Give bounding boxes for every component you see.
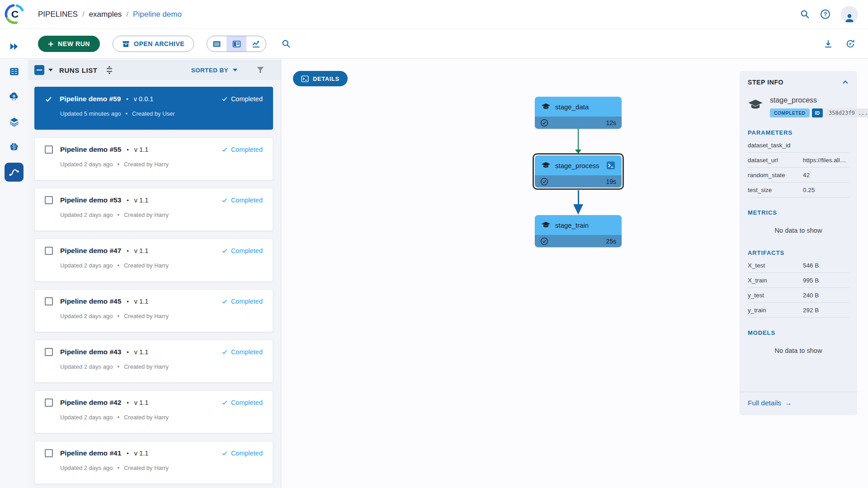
full-details-link[interactable]: Full details → (740, 392, 857, 415)
bullet-separator: • (126, 96, 128, 103)
global-search-icon[interactable] (800, 9, 810, 19)
run-card[interactable]: Pipeline demo #59 • v 0.0.1 Completed Up… (34, 87, 273, 130)
pipeline-node-stage-process-selected[interactable]: stage_process 19s (533, 153, 624, 190)
sidebar-item-applications[interactable] (0, 89, 28, 103)
run-card[interactable]: Pipeline demo #42 • v 1.1 Completed Upda… (34, 390, 273, 433)
node-duration: 12s (606, 119, 616, 127)
split-view-toggle[interactable] (226, 36, 246, 52)
check-circle-icon (540, 178, 548, 186)
details-button[interactable]: DETAILS (293, 71, 348, 86)
run-card[interactable]: Pipeline demo #45 • v 1.1 Completed Upda… (34, 289, 273, 332)
artifact-row: y_test 240 B (748, 288, 849, 303)
run-card[interactable]: Pipeline demo #53 • v 1.1 Completed Upda… (34, 188, 273, 231)
auto-refresh-icon[interactable] (845, 39, 855, 49)
indeterminate-mark (37, 70, 42, 71)
select-all-checkbox[interactable] (34, 65, 44, 75)
bullet-separator: • (117, 414, 119, 421)
parameter-name: test_size (748, 187, 803, 193)
step-id-value[interactable]: 358d23f9 ... (825, 108, 868, 117)
run-status-label: Completed (231, 197, 263, 204)
sidebar-item-projects[interactable] (0, 40, 28, 53)
run-name: Pipeline demo #47 (60, 247, 121, 255)
chart-view-toggle[interactable] (246, 36, 266, 52)
run-checkbox[interactable] (45, 247, 53, 255)
clearml-logo[interactable]: C (4, 3, 25, 25)
breadcrumb-section[interactable]: examples (89, 10, 122, 19)
run-status-label: Completed (231, 146, 263, 153)
check-icon (222, 450, 228, 456)
table-view-icon (212, 40, 221, 48)
run-status-label: Completed (231, 348, 263, 356)
split-view-icon (232, 40, 241, 48)
run-card[interactable]: Pipeline demo #43 • v 1.1 Completed Upda… (34, 340, 273, 383)
sidebar-item-models[interactable] (0, 141, 28, 154)
table-view-toggle[interactable] (207, 36, 226, 52)
runs-list-header: RUNS LIST SORTED BY (28, 60, 281, 80)
run-name: Pipeline demo #43 (60, 348, 121, 356)
node-name: stage_data (555, 103, 589, 111)
run-status-label: Completed (231, 399, 263, 406)
sidebar-item-datasets[interactable] (0, 115, 28, 128)
breadcrumb-root[interactable]: PIPELINES (38, 10, 78, 19)
new-run-button[interactable]: NEW RUN (38, 36, 100, 52)
bullet-separator: • (117, 465, 119, 471)
run-status: Completed (222, 95, 263, 103)
workers-queues-icon (9, 66, 19, 77)
run-status: Completed (222, 197, 263, 204)
sorted-by-dropdown[interactable]: SORTED BY (191, 67, 237, 74)
artifact-row: y_train 292 B (748, 303, 849, 318)
sorted-by-label: SORTED BY (191, 67, 228, 74)
run-version: v 1.1 (134, 247, 148, 254)
run-updated: Updated 2 days ago (60, 313, 113, 319)
runs-list-panel: RUNS LIST SORTED BY Pipeline demo #59 • … (28, 59, 281, 488)
run-checkbox[interactable] (45, 196, 53, 204)
breadcrumb-separator: / (126, 10, 128, 19)
full-details-label: Full details (748, 399, 781, 407)
edge-process-to-train (578, 190, 579, 205)
runs-search-icon[interactable] (282, 39, 291, 48)
download-icon[interactable] (824, 39, 833, 48)
node-duration: 25s (606, 238, 616, 245)
artifact-row: X_test 546 B (748, 258, 849, 273)
details-label: DETAILS (313, 75, 340, 82)
run-card[interactable]: Pipeline demo #55 • v 1.1 Completed Upda… (34, 137, 273, 180)
bullet-separator: • (127, 248, 129, 254)
run-checkbox[interactable] (45, 348, 53, 356)
list-settings-icon[interactable] (105, 66, 114, 75)
plus-icon (48, 41, 54, 47)
run-checkbox[interactable] (45, 449, 53, 457)
artifact-row: X_train 995 B (748, 273, 849, 288)
check-icon (222, 146, 228, 153)
run-created: Created by User (132, 110, 175, 117)
bullet-separator: • (117, 161, 119, 168)
parameter-row: random_state 42 (748, 168, 849, 183)
filter-icon[interactable] (256, 66, 264, 74)
run-card[interactable]: Pipeline demo #41 • v 1.1 Completed Upda… (34, 441, 273, 484)
pipeline-node-stage-data[interactable]: stage_data 12s (535, 97, 622, 129)
selected-check-icon[interactable] (45, 95, 52, 103)
artifacts-table: X_test 546 B X_train 995 B y_test 240 B … (748, 258, 849, 318)
pipeline-node-stage-train[interactable]: stage_train 25s (535, 215, 622, 247)
run-status: Completed (222, 247, 263, 254)
artifact-name: y_train (748, 307, 803, 314)
sidebar-item-pipelines-active[interactable] (5, 163, 24, 182)
breadcrumb-current[interactable]: Pipeline demo (133, 10, 182, 19)
run-checkbox[interactable] (45, 145, 53, 154)
run-checkbox[interactable] (45, 399, 53, 407)
open-archive-button[interactable]: OPEN ARCHIVE (113, 36, 194, 52)
parameter-row: dataset_task_id (748, 138, 849, 153)
collapse-panel-icon[interactable] (842, 79, 849, 86)
run-name: Pipeline demo #45 (60, 297, 121, 305)
selection-caret-icon[interactable] (48, 69, 53, 71)
run-checkbox[interactable] (45, 297, 53, 305)
sidebar-item-workers-queues[interactable] (0, 65, 28, 78)
node-console-icon[interactable] (606, 161, 615, 170)
run-card[interactable]: Pipeline demo #47 • v 1.1 Completed Upda… (34, 239, 273, 282)
run-updated: Updated 2 days ago (60, 465, 113, 471)
runs-list-scroll[interactable]: Pipeline demo #59 • v 0.0.1 Completed Up… (28, 80, 281, 488)
run-version: v 0.0.1 (134, 95, 154, 103)
user-avatar[interactable] (841, 6, 858, 23)
help-icon[interactable]: ? (821, 9, 830, 19)
bullet-separator: • (117, 211, 119, 218)
bullet-separator: • (117, 363, 119, 370)
